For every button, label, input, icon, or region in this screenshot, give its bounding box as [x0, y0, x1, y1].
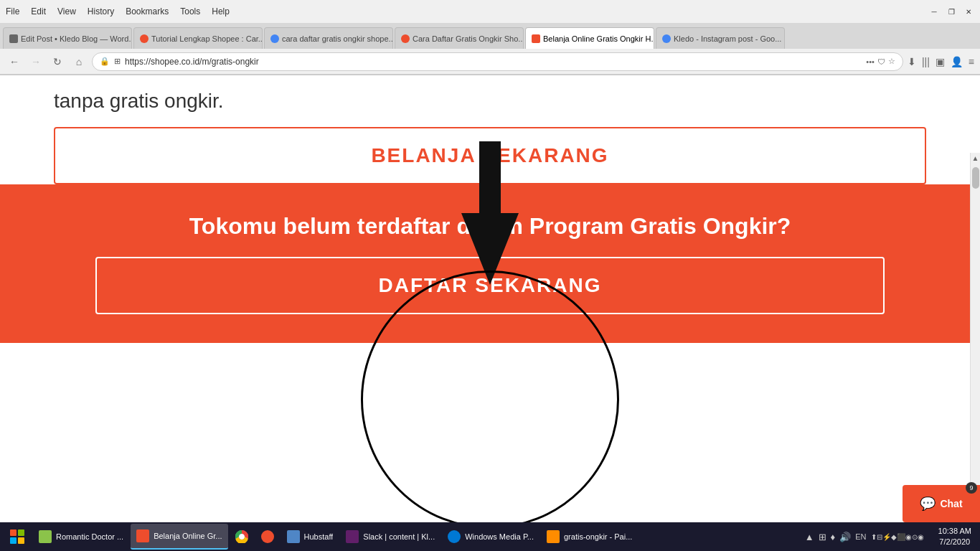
scrollbar-thumb[interactable] [972, 167, 979, 189]
tab-label-tutorial: Tutorial Lengkap Shopee : Car... [151, 34, 263, 43]
menu-edit[interactable]: Edit [31, 6, 46, 17]
tab-label-kledo: Kledo - Instagram post - Goo... [674, 34, 781, 43]
tray-network-icon[interactable]: ⊞ [819, 532, 826, 542]
security-icon: 🔒 [100, 57, 110, 66]
svg-point-2 [239, 534, 245, 540]
menu-bar: File Edit View History Bookmarks Tools H… [6, 6, 230, 17]
back-button[interactable]: ← [6, 53, 23, 70]
url-shield-verify[interactable]: 🛡 [877, 57, 885, 66]
tray-volume-icon[interactable]: 🔊 [839, 532, 851, 542]
close-button[interactable]: ✕ [963, 6, 974, 17]
orange-section: Tokomu belum terdaftar dalam Program Gra… [0, 184, 980, 343]
toolbar-right: ⬇ ||| ▣ 👤 ≡ [908, 56, 974, 67]
tab-kledo[interactable]: Kledo - Instagram post - Goo... ✕ [656, 27, 785, 49]
home-button[interactable]: ⌂ [70, 53, 88, 70]
reading-list-icon[interactable]: ||| [922, 56, 930, 67]
taskbar-item-belanja[interactable]: Belanja Online Gr... [131, 524, 227, 550]
download-icon[interactable]: ⬇ [908, 56, 916, 67]
daftar-sekarang-wrapper[interactable]: DAFTAR SEKARANG [95, 257, 885, 314]
clock[interactable]: 10:38 AM 7/2/2020 [933, 526, 977, 548]
forward-button[interactable]: → [27, 53, 44, 70]
url-star-icon[interactable]: ☆ [888, 57, 895, 66]
taskbar-item-hubstaff[interactable]: Hubstaff [281, 524, 339, 550]
taskbar-item-shopee[interactable] [255, 524, 280, 550]
menu-history[interactable]: History [88, 6, 114, 17]
tab-bar: Edit Post • Kledo Blog — Word... ✕ Tutor… [0, 23, 980, 49]
tab-label-cara: cara daftar gratis ongkir shope... [282, 34, 393, 43]
taskbar: Romantic Doctor ... Belanja Online Gr...… [0, 522, 980, 551]
address-bar: ← → ↻ ⌂ 🔒 ⊞ https://shopee.co.id/m/grati… [0, 49, 980, 75]
taskbar-item-paint[interactable]: gratis-ongkir - Pai... [541, 524, 638, 550]
tab-favicon-edit [9, 34, 18, 43]
taskbar-item-windows-media[interactable]: Windows Media P... [442, 524, 540, 550]
taskbar-label-romantic: Romantic Doctor ... [56, 532, 123, 541]
taskbar-label-belanja: Belanja Online Gr... [154, 532, 222, 540]
tab-label-edit: Edit Post • Kledo Blog — Word... [21, 34, 132, 43]
daftar-sekarang-text: DAFTAR SEKARANG [378, 274, 601, 297]
title-bar-left: File Edit View History Bookmarks Tools H… [6, 6, 230, 17]
taskbar-icon-romantic [39, 530, 52, 543]
clock-date: 7/2/2020 [938, 537, 971, 547]
menu-help[interactable]: Help [212, 6, 230, 17]
tray-up-arrow[interactable]: ▲ [805, 532, 814, 542]
tab-label-cara2: Cara Daftar Gratis Ongkir Sho... [413, 34, 524, 43]
menu-bookmarks[interactable]: Bookmarks [126, 6, 169, 17]
taskbar-item-romantic[interactable]: Romantic Doctor ... [33, 524, 129, 550]
win-quad-4 [18, 537, 24, 544]
page-inner: tanpa gratis ongkir. BELANJA SEKARANG [0, 75, 980, 184]
taskbar-icon-hubstaff [287, 530, 300, 543]
menu-view[interactable]: View [57, 6, 76, 17]
tab-favicon-cara [270, 34, 279, 43]
menu-icon[interactable]: ≡ [969, 56, 974, 67]
taskbar-item-chrome[interactable] [230, 524, 254, 550]
belanja-sekarang-wrapper[interactable]: BELANJA SEKARANG [54, 127, 926, 184]
taskbar-icon-belanja [136, 529, 149, 542]
taskbar-item-slack[interactable]: Slack | content | Kl... [340, 524, 440, 550]
url-bar[interactable]: 🔒 ⊞ https://shopee.co.id/m/gratis-ongkir… [92, 52, 903, 71]
taskbar-label-slack: Slack | content | Kl... [363, 532, 435, 541]
orange-title: Tokomu belum terdaftar dalam Program Gra… [189, 213, 791, 240]
tab-favicon-belanja [532, 34, 540, 43]
tanpa-text: tanpa gratis ongkir. [54, 75, 926, 127]
taskbar-icon-slack [346, 530, 359, 543]
url-icons: ••• 🛡 ☆ [866, 57, 895, 66]
taskbar-icon-paint [547, 530, 560, 543]
start-button[interactable] [3, 524, 32, 550]
url-more-icon[interactable]: ••• [866, 57, 875, 66]
page-content: tanpa gratis ongkir. BELANJA SEKARANG To… [0, 75, 980, 549]
menu-tools[interactable]: Tools [180, 6, 200, 17]
reader-view-icon[interactable]: ▣ [936, 56, 945, 67]
tab-favicon-cara2 [401, 34, 410, 43]
minimize-button[interactable]: ─ [928, 6, 940, 17]
browser-chrome: File Edit View History Bookmarks Tools H… [0, 0, 980, 75]
tab-favicon-tutorial [140, 34, 149, 43]
taskbar-label-paint: gratis-ongkir - Pai... [564, 532, 632, 541]
taskbar-icon-shopee [261, 530, 274, 543]
tab-label-belanja: Belanja Online Gratis Ongkir H... [543, 34, 654, 43]
window-controls: ─ ❐ ✕ [928, 6, 974, 17]
scroll-up-arrow[interactable]: ▲ [971, 153, 980, 164]
tab-belanja-online[interactable]: Belanja Online Gratis Ongkir H... ✕ [525, 27, 654, 49]
tab-cara-daftar2[interactable]: Cara Daftar Gratis Ongkir Sho... ✕ [395, 27, 524, 49]
url-text: https://shopee.co.id/m/gratis-ongkir [125, 57, 862, 67]
chat-widget[interactable]: 9 💬 Chat [903, 485, 980, 522]
system-tray: ▲ ⊞ ♦ 🔊 EN ⬆⊟⚡◆⬛◉⊙◉ [799, 532, 930, 542]
chat-badge: 9 [966, 482, 977, 494]
tab-edit-post[interactable]: Edit Post • Kledo Blog — Word... ✕ [3, 27, 132, 49]
tab-cara-daftar[interactable]: cara daftar gratis ongkir shope... ✕ [264, 27, 393, 49]
tray-lang-icon[interactable]: EN [855, 532, 866, 541]
menu-file[interactable]: File [6, 6, 19, 17]
belanja-sekarang-text: BELANJA SEKARANG [371, 144, 608, 167]
url-shield-icon: ⊞ [114, 57, 121, 66]
maximize-button[interactable]: ❐ [946, 6, 957, 17]
chat-message-icon: 💬 [920, 496, 936, 512]
taskbar-icon-windows-media [448, 530, 461, 543]
windows-logo [10, 529, 24, 544]
refresh-button[interactable]: ↻ [49, 53, 66, 70]
tab-tutorial-shopee[interactable]: Tutorial Lengkap Shopee : Car... ✕ [133, 27, 263, 49]
title-bar: File Edit View History Bookmarks Tools H… [0, 0, 980, 23]
tray-notification-icon[interactable]: ♦ [831, 532, 836, 542]
tray-extra-icons[interactable]: ⬆⊟⚡◆⬛◉⊙◉ [871, 533, 924, 541]
taskbar-icon-chrome [235, 530, 248, 543]
account-icon[interactable]: 👤 [951, 56, 963, 67]
